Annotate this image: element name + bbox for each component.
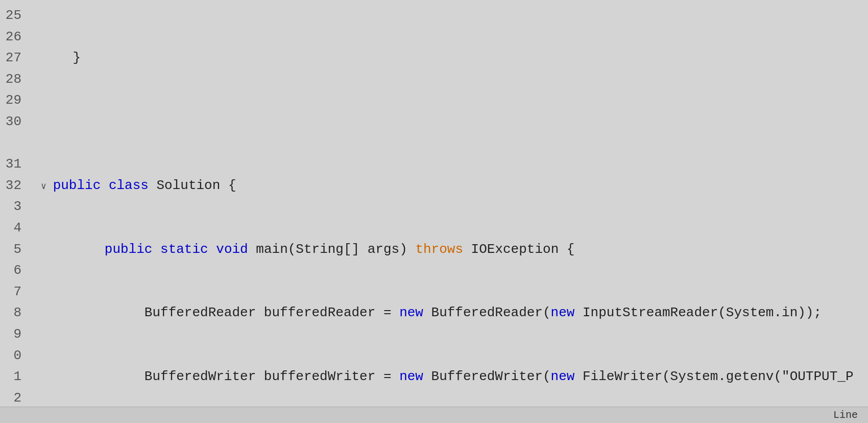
code-editor: 25 26 27 28 29 30 31 32 3 4 5 6 7 8 9 0 … bbox=[0, 0, 868, 423]
code-line: } bbox=[41, 48, 858, 69]
code-line: BufferedReader bufferedReader = new Buff… bbox=[41, 302, 858, 324]
line-number: 7 bbox=[5, 281, 26, 303]
line-number: 4 bbox=[5, 218, 26, 239]
line-number: 28 bbox=[5, 69, 26, 90]
line-number: 26 bbox=[5, 27, 26, 48]
line-number: 27 bbox=[5, 48, 26, 69]
code-area: 25 26 27 28 29 30 31 32 3 4 5 6 7 8 9 0 … bbox=[0, 0, 868, 407]
line-number: 2 bbox=[5, 388, 26, 407]
code-line: BufferedWriter bufferedWriter = new Buff… bbox=[41, 366, 858, 388]
code-line: public static void main(String[] args) t… bbox=[41, 239, 858, 261]
status-line-label: Line bbox=[833, 409, 858, 421]
line-number: 31 bbox=[5, 154, 26, 175]
line-number: 29 bbox=[5, 90, 26, 111]
line-number: 25 bbox=[5, 5, 26, 27]
code-line: ∨ public class Solution { bbox=[41, 175, 858, 197]
line-number: 3 bbox=[5, 196, 26, 218]
keyword-public: public bbox=[105, 242, 153, 257]
line-number: 8 bbox=[5, 302, 26, 324]
keyword-static: static bbox=[160, 242, 208, 257]
code-line bbox=[41, 111, 858, 133]
keyword-new4: new bbox=[551, 369, 575, 384]
keyword-void: void bbox=[216, 242, 248, 257]
keyword-new3: new bbox=[399, 369, 423, 384]
line-number: 9 bbox=[5, 324, 26, 345]
keyword-throws: throws bbox=[415, 242, 463, 257]
keyword-public: public bbox=[53, 178, 101, 193]
line-number: 32 bbox=[5, 175, 26, 197]
keyword-new2: new bbox=[551, 305, 575, 320]
line-number: 6 bbox=[5, 260, 26, 281]
line-number: 1 bbox=[5, 366, 26, 388]
line-number: 30 bbox=[5, 111, 26, 133]
line-numbers: 25 26 27 28 29 30 31 32 3 4 5 6 7 8 9 0 … bbox=[0, 5, 31, 402]
code-content[interactable]: } ∨ public class Solution { public stati… bbox=[31, 5, 868, 402]
status-bar: Line bbox=[0, 407, 868, 423]
line-number: 5 bbox=[5, 239, 26, 261]
keyword-new: new bbox=[399, 305, 423, 320]
fold-icon[interactable]: ∨ bbox=[41, 181, 52, 192]
line-number bbox=[5, 133, 26, 154]
line-number: 0 bbox=[5, 345, 26, 367]
keyword-class: class bbox=[109, 178, 149, 193]
